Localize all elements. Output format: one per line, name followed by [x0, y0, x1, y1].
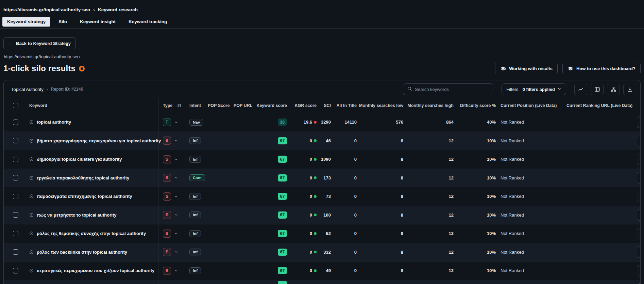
table-row: topical authority T Nav 36 19.6 3290 141…	[4, 113, 641, 132]
pop-score-cell	[207, 280, 233, 284]
table-row: παραδείγματα επιτυχημένης topical author…	[4, 187, 641, 206]
select-all-checkbox[interactable]	[13, 103, 18, 108]
columns-button[interactable]	[591, 84, 604, 95]
intent-badge: Inf	[189, 193, 201, 200]
filters-dropdown[interactable]: Filters 0 filters applied	[502, 83, 566, 95]
row-checkbox[interactable]	[13, 268, 18, 273]
graduation-cap-icon	[567, 66, 573, 72]
ranking-url-button[interactable]	[637, 172, 641, 184]
row-checkbox[interactable]	[13, 138, 18, 143]
pop-score-cell	[207, 224, 233, 243]
row-checkbox[interactable]	[13, 231, 18, 236]
keyword-score-badge: 67	[278, 249, 287, 256]
monthly-high-value: 864	[446, 120, 454, 125]
current-position-value: Not Ranked	[501, 231, 524, 236]
ranking-url-button[interactable]	[637, 228, 641, 239]
sitemap-button[interactable]	[607, 84, 620, 95]
back-arrow-icon: ←	[9, 41, 13, 46]
chevron-down-icon[interactable]	[174, 194, 178, 199]
intent-badge: Inf	[189, 230, 201, 237]
how-to-use-label: How to use this dashboard?	[576, 66, 635, 71]
ranking-url-button[interactable]	[637, 265, 641, 277]
keyword-score-badge: 67	[278, 211, 287, 219]
table-row: εργαλεία παρακολούθησης topical authorit…	[4, 169, 641, 188]
trend-chart-button[interactable]	[574, 84, 587, 95]
pop-url-cell	[233, 150, 256, 169]
ranking-url-button[interactable]	[637, 246, 641, 258]
keyword-score-badge	[278, 281, 287, 284]
chevron-down-icon[interactable]	[174, 176, 178, 180]
row-checkbox[interactable]	[13, 120, 18, 125]
sort-icon[interactable]	[177, 103, 182, 108]
back-button[interactable]: ← Back to Keyword Strategy	[3, 37, 76, 49]
pop-url-cell	[233, 187, 256, 206]
working-with-results-button[interactable]: Working with results	[495, 63, 558, 74]
ranking-url-button[interactable]	[637, 135, 641, 146]
report-url: https://divramis.gr/topical-authority-se…	[4, 54, 644, 59]
tab-silo[interactable]: Silo	[54, 17, 72, 27]
keyword-text: ρόλος των backlinks στην topical authori…	[37, 250, 127, 255]
ranking-url-button[interactable]	[637, 191, 641, 202]
pop-url-cell	[233, 262, 256, 280]
row-checkbox[interactable]	[13, 212, 18, 218]
intent-badge: Inf	[189, 156, 201, 163]
keyword-score-badge: 67	[278, 137, 287, 144]
results-panel: Topical Authority • Report ID: #2149 Fil…	[3, 80, 641, 284]
chevron-down-icon[interactable]	[174, 157, 178, 161]
chevron-down-icon[interactable]	[174, 250, 178, 254]
chevron-down-icon[interactable]	[174, 269, 178, 273]
keyword-bullet-icon	[29, 194, 34, 199]
link-icon	[640, 231, 641, 236]
row-checkbox[interactable]	[13, 249, 18, 255]
keyword-bullet-icon	[29, 268, 34, 273]
kgr-value: 0	[310, 268, 312, 273]
type-badge: S	[163, 211, 171, 219]
pop-url-cell	[233, 113, 256, 131]
pop-url-cell	[233, 169, 256, 187]
all-in-title-value: 0	[354, 212, 357, 218]
col-pop-url: POP URL	[234, 103, 252, 108]
monthly-low-value: 576	[396, 120, 403, 125]
current-ranking-url-cell	[563, 187, 633, 206]
table-row: ρόλος της θεματικής συνοχής στην topical…	[4, 224, 641, 243]
download-button[interactable]	[623, 84, 636, 95]
monthly-high-value: 12	[449, 157, 454, 162]
breadcrumb-root-link[interactable]: https://divramis.gr/topical-authority-se…	[3, 7, 90, 12]
columns-icon	[594, 86, 600, 92]
tab-keyword-strategy[interactable]: Keyword strategy	[2, 17, 50, 27]
col-pop-score: POP Score	[208, 103, 230, 108]
row-checkbox[interactable]	[13, 175, 18, 180]
breadcrumb-separator-icon: ›	[93, 7, 95, 13]
keyword-text: παραδείγματα επιτυχημένης topical author…	[37, 194, 132, 199]
back-button-label: Back to Keyword Strategy	[16, 41, 71, 46]
keyword-bullet-icon	[29, 231, 34, 236]
tab-keyword-insight[interactable]: Keyword insight	[75, 17, 120, 27]
intent-badge: Inf	[189, 137, 201, 144]
ranking-url-button[interactable]	[637, 116, 641, 128]
row-checkbox[interactable]	[13, 157, 18, 162]
keyword-score-badge: 67	[278, 156, 287, 163]
current-position-value: Not Ranked	[501, 120, 524, 125]
ranking-url-button[interactable]	[637, 209, 641, 221]
chevron-down-icon[interactable]	[174, 232, 178, 236]
type-badge: S	[163, 230, 171, 238]
type-badge: S	[163, 137, 171, 145]
chevron-down-icon[interactable]	[174, 139, 178, 143]
link-icon	[640, 268, 641, 273]
keyword-bullet-icon	[29, 213, 34, 217]
tab-bar: Keyword strategy Silo Keyword insight Ke…	[0, 17, 644, 29]
tab-keyword-tracking[interactable]: Keyword tracking	[124, 17, 172, 27]
how-to-use-button[interactable]: How to use this dashboard?	[562, 63, 641, 74]
current-ranking-url-cell	[563, 262, 633, 280]
ranking-url-button[interactable]	[637, 154, 641, 165]
filters-label: Filters	[506, 87, 518, 92]
search-input[interactable]	[415, 87, 489, 92]
working-with-results-label: Working with results	[509, 66, 553, 71]
row-checkbox[interactable]	[13, 194, 18, 199]
chevron-down-icon[interactable]	[174, 120, 178, 124]
kgr-value: 0	[310, 138, 312, 143]
table-row: πώς να μετρήσετε το topical authority S …	[4, 206, 641, 225]
chevron-down-icon[interactable]	[174, 213, 178, 217]
current-ranking-url-cell	[563, 113, 633, 131]
sci-value: 73	[326, 194, 331, 199]
